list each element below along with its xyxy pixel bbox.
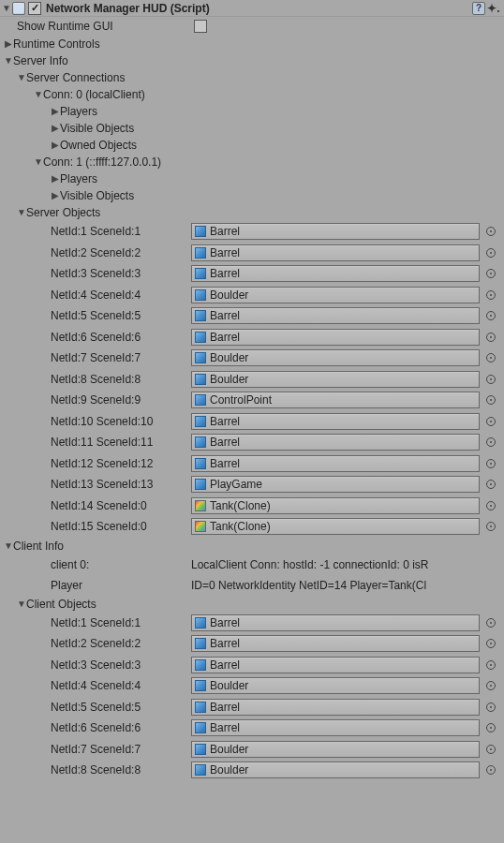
server-objects-foldout[interactable]: Server Objects	[0, 204, 504, 221]
object-picker-icon[interactable]	[483, 224, 498, 239]
object-field[interactable]: Barrel	[191, 614, 480, 631]
client-objects-foldout[interactable]: Client Objects	[0, 596, 504, 613]
object-field[interactable]: Barrel	[191, 413, 480, 430]
connection-foldout[interactable]: Conn: 1 (::ffff:127.0.0.1)	[0, 154, 504, 170]
object-field[interactable]: ControlPoint	[191, 392, 480, 408]
gear-icon[interactable]: ✦.	[487, 2, 500, 15]
connection-foldout[interactable]: Conn: 0 (localClient)	[0, 86, 504, 103]
object-field[interactable]: Barrel	[191, 223, 480, 240]
prefab-cube-icon	[195, 310, 206, 321]
object-picker-icon[interactable]	[483, 245, 498, 260]
client-info-foldout[interactable]: Client Info	[0, 538, 504, 555]
show-runtime-gui-checkbox[interactable]	[194, 20, 207, 33]
client-object-row: NetId:6 SceneId:6 Barrel	[0, 717, 504, 739]
runtime-controls-foldout[interactable]: Runtime Controls	[0, 36, 504, 52]
object-picker-icon[interactable]	[483, 266, 498, 281]
prefab-cube-icon	[195, 659, 206, 671]
object-field[interactable]: Boulder	[191, 349, 480, 366]
object-field[interactable]: Tank(Clone)	[191, 518, 480, 535]
chevron-icon	[34, 89, 43, 100]
object-picker-icon[interactable]	[483, 678, 498, 693]
object-picker-icon[interactable]	[483, 742, 498, 757]
object-field[interactable]: Barrel	[191, 244, 480, 261]
object-name: Boulder	[210, 743, 248, 756]
player-label: Player	[0, 579, 191, 592]
component-enable-checkbox[interactable]	[28, 2, 41, 15]
connection-child-foldout[interactable]: Owned Objects	[0, 137, 504, 154]
object-picker-icon[interactable]	[483, 288, 498, 303]
object-field[interactable]: Boulder	[191, 287, 480, 303]
help-icon[interactable]: ?	[472, 2, 485, 15]
object-field[interactable]: Barrel	[191, 699, 480, 716]
object-field[interactable]: Barrel	[191, 434, 480, 451]
object-id-label: NetId:7 SceneId:7	[0, 351, 191, 364]
object-picker-icon[interactable]	[483, 762, 498, 777]
prefab-cube-icon	[195, 247, 206, 259]
object-id-label: NetId:6 SceneId:6	[0, 331, 191, 344]
object-picker-icon[interactable]	[483, 615, 498, 630]
object-id-label: NetId:7 SceneId:7	[0, 743, 191, 756]
client-0-row: client 0: LocalClient Conn: hostId: -1 c…	[0, 555, 504, 575]
object-picker-icon[interactable]	[483, 435, 498, 450]
chevron-down-icon	[4, 540, 13, 552]
component-foldout-icon[interactable]	[2, 3, 11, 14]
object-picker-icon[interactable]	[483, 350, 498, 365]
object-picker-icon[interactable]	[483, 308, 498, 323]
object-picker-icon[interactable]	[483, 498, 498, 513]
object-field[interactable]: Barrel	[191, 307, 480, 324]
object-picker-icon[interactable]	[483, 519, 498, 534]
chevron-right-icon	[51, 173, 60, 185]
object-picker-icon[interactable]	[483, 414, 498, 429]
connection-label: Conn: 1 (::ffff:127.0.0.1)	[43, 155, 161, 169]
prefab-cube-icon	[195, 374, 206, 385]
object-picker-icon[interactable]	[483, 372, 498, 387]
object-picker-icon[interactable]	[483, 658, 498, 673]
object-picker-icon[interactable]	[483, 477, 498, 492]
connection-child-foldout[interactable]: Players	[0, 170, 504, 187]
server-object-row: NetId:3 SceneId:3 Barrel	[0, 263, 504, 285]
prefab-cube-icon	[195, 702, 206, 713]
server-info-foldout[interactable]: Server Info	[0, 52, 504, 69]
object-field[interactable]: Barrel	[191, 635, 480, 652]
object-field[interactable]: Boulder	[191, 677, 480, 694]
object-field[interactable]: Barrel	[191, 455, 480, 472]
object-picker-icon[interactable]	[483, 392, 498, 407]
object-picker-icon[interactable]	[483, 700, 498, 715]
server-connections-foldout[interactable]: Server Connections	[0, 69, 504, 86]
object-field[interactable]: Barrel	[191, 265, 480, 282]
object-picker-icon[interactable]	[483, 720, 498, 735]
object-id-label: NetId:2 SceneId:2	[0, 637, 191, 650]
client-objects-label: Client Objects	[26, 598, 96, 611]
object-field[interactable]: Boulder	[191, 741, 480, 758]
object-name: Barrel	[210, 267, 240, 280]
object-field[interactable]: Boulder	[191, 371, 480, 388]
object-id-label: NetId:1 SceneId:1	[0, 616, 191, 629]
prefab-cube-icon	[195, 722, 206, 733]
object-id-label: NetId:14 SceneId:0	[0, 499, 191, 512]
connection-child-foldout[interactable]: Visible Objects	[0, 187, 504, 204]
server-object-row: NetId:2 SceneId:2 Barrel	[0, 243, 504, 264]
object-field[interactable]: Boulder	[191, 762, 480, 778]
prefab-cube-icon	[195, 226, 206, 237]
prefab-cube-icon	[195, 436, 206, 448]
player-row: Player ID=0 NetworkIdentity NetID=14 Pla…	[0, 575, 504, 596]
object-id-label: NetId:8 SceneId:8	[0, 763, 191, 776]
connection-child-foldout[interactable]: Players	[0, 103, 504, 120]
connection-label: Conn: 0 (localClient)	[43, 88, 145, 101]
object-field[interactable]: Barrel	[191, 329, 480, 346]
object-picker-icon[interactable]	[483, 456, 498, 471]
object-field[interactable]: Barrel	[191, 719, 480, 736]
object-field[interactable]: PlayGame	[191, 476, 480, 493]
object-field[interactable]: Barrel	[191, 657, 480, 673]
connection-child-foldout[interactable]: Visible Objects	[0, 120, 504, 137]
object-name: Barrel	[210, 331, 240, 344]
object-picker-icon[interactable]	[483, 330, 498, 345]
object-field[interactable]: Tank(Clone)	[191, 497, 480, 514]
component-header: Network Manager HUD (Script) ? ✦.	[0, 0, 504, 17]
object-picker-icon[interactable]	[483, 636, 498, 651]
object-name: Barrel	[210, 701, 240, 714]
object-id-label: NetId:4 SceneId:4	[0, 288, 191, 302]
object-id-label: NetId:5 SceneId:5	[0, 309, 191, 322]
connection-child-label: Visible Objects	[60, 122, 134, 135]
client-0-value: LocalClient Conn: hostId: -1 connectionI…	[191, 558, 504, 571]
